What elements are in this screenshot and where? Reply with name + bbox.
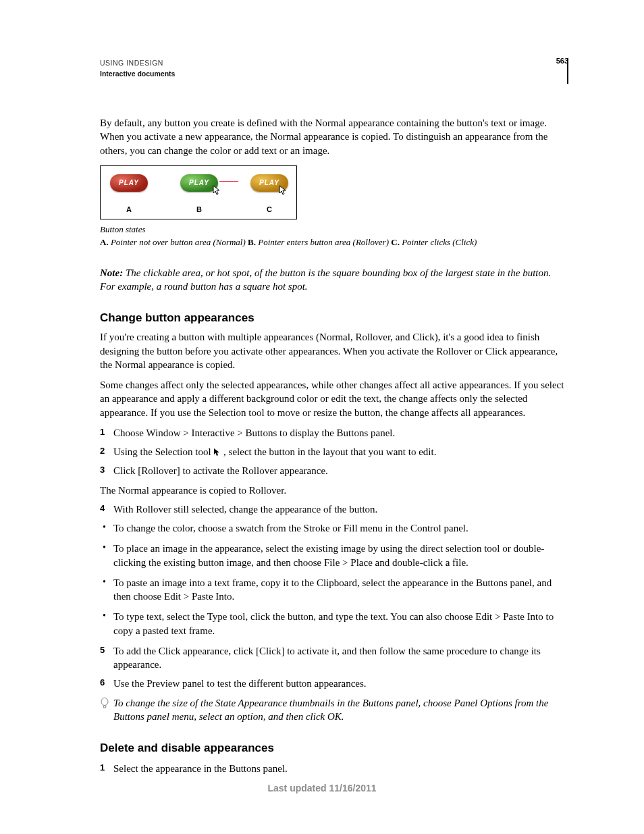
step-3-result: The Normal appearance is copied to Rollo… (100, 484, 568, 497)
bullet-1-text: To change the color, choose a swatch fro… (113, 523, 468, 533)
delete-step-1: 1Select the appearance in the Buttons pa… (100, 762, 568, 775)
figure-label-b: B (196, 205, 202, 215)
change-para2: Some changes affect only the selected ap… (100, 378, 568, 419)
legend-key-b: B. (248, 237, 256, 247)
lightbulb-icon (100, 698, 109, 710)
legend-text-a: Pointer not over button area (Normal) (109, 237, 248, 247)
cursor-icon (279, 185, 287, 196)
page-footer: Last updated 11/16/2011 (0, 782, 644, 795)
step-6: 6Use the Preview panel to test the diffe… (100, 677, 568, 690)
step-2: 2 Using the Selection tool , select the … (100, 445, 568, 459)
heading-change-appearances: Change button appearances (100, 311, 568, 326)
step-4: 4With Rollover still selected, change th… (100, 502, 568, 516)
step-3: 3Click [Rollover] to activate the Rollov… (100, 464, 568, 477)
steps-list-cont: 4With Rollover still selected, change th… (100, 502, 568, 516)
figure-caption: Button states (100, 224, 568, 236)
bullet-4: To type text, select the Type tool, clic… (100, 610, 568, 637)
play-label: PLAY (119, 178, 139, 188)
bullet-3: To paste an image into a text frame, cop… (100, 576, 568, 604)
note-paragraph: Note: The clickable area, or hot spot, o… (100, 266, 568, 294)
page-content: USING INDESIGN Interactive documents 563… (100, 58, 568, 781)
change-para1: If you're creating a button with multipl… (100, 330, 568, 371)
header-product: USING INDESIGN (100, 58, 558, 68)
step-5-text: To add the Click appearance, click [Clic… (113, 646, 541, 670)
figure-legend: A. Pointer not over button area (Normal)… (100, 236, 568, 249)
step-2-pre: Using the Selection tool (113, 446, 213, 457)
legend-text-b: Pointer enters button area (Rollover) (256, 237, 391, 247)
heading-delete-disable: Delete and disable appearances (100, 741, 568, 756)
button-states-figure: PLAY PLAY PLAY A B C (100, 165, 297, 219)
tip-text: To change the size of the State Appearan… (113, 698, 548, 722)
bullet-2: To place an image in the appearance, sel… (100, 542, 568, 569)
step-6-text: Use the Preview panel to test the differ… (113, 678, 367, 689)
steps-list: 1Choose Window > Interactive > Buttons t… (100, 426, 568, 478)
selection-tool-icon (213, 446, 221, 455)
svg-point-0 (101, 698, 108, 705)
note-text: The clickable area, or hot spot, of the … (100, 267, 551, 292)
bullet-2-text: To place an image in the appearance, sel… (113, 543, 544, 567)
page-header: USING INDESIGN Interactive documents 563 (100, 58, 568, 84)
play-label: PLAY (189, 178, 209, 188)
callout-line (219, 181, 238, 182)
cursor-icon (213, 185, 221, 196)
legend-key-c: C. (391, 237, 400, 247)
tip-paragraph: To change the size of the State Appearan… (100, 696, 568, 724)
step-2-post: , select the button in the layout that y… (223, 446, 436, 457)
legend-key-a: A. (100, 237, 109, 247)
step-3-text: Click [Rollover] to activate the Rollove… (113, 465, 328, 476)
play-label: PLAY (259, 178, 279, 188)
figure-label-c: C (267, 205, 272, 215)
step-5: 5To add the Click appearance, click [Cli… (100, 644, 568, 672)
page-number: 563 (556, 56, 568, 66)
delete-step-1-text: Select the appearance in the Buttons pan… (113, 763, 288, 774)
step-4-bullets: To change the color, choose a swatch fro… (100, 521, 568, 637)
header-section: Interactive documents (100, 69, 558, 78)
steps-list-end: 5To add the Click appearance, click [Cli… (100, 644, 568, 691)
bullet-3-text: To paste an image into a text frame, cop… (113, 577, 552, 602)
intro-paragraph: By default, any button you create is def… (100, 116, 568, 157)
bullet-1: To change the color, choose a swatch fro… (100, 521, 568, 535)
step-1: 1Choose Window > Interactive > Buttons t… (100, 426, 568, 440)
figure-label-a: A (126, 205, 132, 215)
bullet-4-text: To type text, select the Type tool, clic… (113, 611, 554, 635)
step-1-text: Choose Window > Interactive > Buttons to… (113, 427, 395, 438)
delete-steps: 1Select the appearance in the Buttons pa… (100, 762, 568, 775)
legend-text-c: Pointer clicks (Click) (400, 237, 477, 247)
note-label: Note: (100, 267, 126, 278)
play-button-normal: PLAY (110, 174, 148, 192)
step-4-text: With Rollover still selected, change the… (113, 504, 377, 515)
